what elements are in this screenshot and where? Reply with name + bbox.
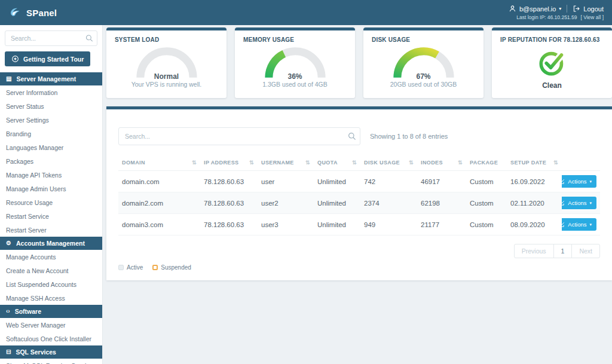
sidebar-item-web-server-manager[interactable]: Web Server Manager [0,318,102,332]
column-header-actions [562,155,600,171]
column-label: PACKAGE [470,160,498,166]
column-header-username[interactable]: USERNAME⇅ [258,155,314,171]
sidebar-item-show-mysql-running-queries[interactable]: Show MySQL Running Queries [0,359,102,364]
pagination-page-1[interactable]: 1 [553,244,573,258]
table-row: domain2.com78.128.60.63user2Unlimited237… [118,192,600,214]
sidebar-section-sql-services[interactable]: ⊟SQL Services [0,345,102,359]
cell-ip: 78.128.60.63 [200,214,258,235]
column-label: INODES [421,160,443,166]
cell-setup_date: 02.11.2020 [507,192,562,214]
cell-ip: 78.128.60.63 [200,192,258,214]
cell-domain: domain3.com [118,214,200,235]
card-title: MEMORY USAGE [243,36,347,43]
sort-icon[interactable]: ⇅ [458,160,463,166]
card-title: DISK USAGE [372,36,475,43]
column-header-setup-date[interactable]: SETUP DATE⇅ [507,155,562,171]
sidebar-item-manage-api-tokens[interactable]: Manage API Tokens [0,168,102,182]
cell-quota: Unlimited [314,171,360,192]
legend-swatch-suspended [152,265,158,270]
getting-started-tour-button[interactable]: Getting Started Tour [5,51,90,66]
status-legend: ActiveSuspended [118,264,600,271]
disk-usage-sub: 20GB used out of 30GB [372,81,475,88]
sidebar-item-restart-service[interactable]: Restart Service [0,209,102,223]
account-menu[interactable]: b@spanel.io ▾ [509,5,561,13]
sort-icon[interactable]: ⇅ [409,160,414,166]
sidebar-section-label: Software [15,308,41,315]
sidebar-item-branding[interactable]: Branding [0,127,102,140]
table-search-input[interactable] [118,127,360,145]
row-actions-button[interactable]: Actions▾ [562,218,596,231]
brand[interactable]: SPanel [8,6,57,19]
row-actions-button[interactable]: Actions▾ [562,175,596,188]
sidebar-section-software[interactable]: ‹›Software [0,305,102,318]
accounts-table: DOMAIN⇅IP ADDRESS⇅USERNAME⇅QUOTA⇅DISK US… [118,155,600,235]
sidebar-item-create-a-new-account[interactable]: Create a New Account [0,264,102,277]
logout-icon [573,5,580,13]
showing-entries-text: Showing 1 to 8 of 8 entries [370,133,448,140]
system-load-value: Normal [134,72,199,81]
column-label: DOMAIN [122,160,145,166]
sidebar-item-restart-server[interactable]: Restart Server [0,223,102,237]
pagination-next[interactable]: Next [571,244,600,258]
sidebar-item-server-information[interactable]: Server Information [0,85,102,99]
gear-icon: ⚙ [6,240,11,246]
sidebar-section-accounts-management[interactable]: ⚙Accounts Management [0,237,102,250]
edit-icon [562,179,565,185]
card-disk-usage: DISK USAGE 67% 20GB used out of 30GB [363,27,484,98]
cell-inodes: 46917 [417,171,466,192]
sidebar-item-server-status[interactable]: Server Status [0,99,102,113]
clean-check-icon [537,47,568,78]
sidebar-item-server-settings[interactable]: Server Settings [0,113,102,127]
header-right: b@spanel.io ▾ Logout Last login IP: 46.1… [509,5,604,20]
memory-usage-value: 36% [263,72,328,81]
search-icon [348,132,356,140]
sidebar-item-resource-usage[interactable]: Resource Usage [0,195,102,209]
column-header-inodes[interactable]: INODES⇅ [417,155,466,171]
sidebar-item-manage-ssh-access[interactable]: Manage SSH Access [0,291,102,305]
legend-label: Active [127,264,143,271]
column-header-domain[interactable]: DOMAIN⇅ [118,155,200,171]
column-header-disk-usage[interactable]: DISK USAGE⇅ [360,155,417,171]
card-memory-usage: MEMORY USAGE 36% 1.3GB used out of 4GB [235,27,355,98]
sort-icon[interactable]: ⇅ [305,160,310,166]
cell-quota: Unlimited [314,192,360,214]
cell-inodes: 62198 [417,192,466,214]
sidebar-item-manage-admin-users[interactable]: Manage Admin Users [0,182,102,195]
legend-suspended: Suspended [152,264,191,271]
cell-ip: 78.128.60.63 [200,171,258,192]
sort-icon[interactable]: ⇅ [192,160,197,166]
row-actions-button[interactable]: Actions▾ [562,197,596,209]
sort-icon[interactable]: ⇅ [249,160,254,166]
sidebar-item-packages[interactable]: Packages [0,154,102,168]
legend-active: Active [118,264,143,271]
view-all-link[interactable]: [ View all ] [580,14,604,20]
sort-icon[interactable]: ⇅ [553,160,558,166]
logout-button[interactable]: Logout [573,5,604,13]
sidebar-item-languages-manager[interactable]: Languages Manager [0,140,102,154]
sidebar-search-input[interactable] [5,30,97,46]
database-icon: ⊟ [6,349,11,355]
sidebar-section-server-management[interactable]: ▤Server Management [0,72,102,85]
actions-label: Actions [568,200,586,206]
chevron-down-icon: ▾ [589,179,592,184]
legend-label: Suspended [161,264,191,271]
sidebar-item-softaculous-one-click-installer[interactable]: Softaculous One Click Installer [0,332,102,345]
memory-usage-sub: 1.3GB used out of 4GB [243,81,347,88]
accounts-panel: Showing 1 to 8 of 8 entries DOMAIN⇅IP AD… [106,106,612,280]
column-label: SETUP DATE [510,160,546,166]
sidebar-section-label: Server Management [16,75,76,82]
column-header-ip-address[interactable]: IP ADDRESS⇅ [200,155,258,171]
column-header-quota[interactable]: QUOTA⇅ [314,155,360,171]
pagination: Previous 1 Next [118,244,600,258]
cell-actions: Actions▾ [562,192,600,214]
logout-label: Logout [583,5,604,13]
legend-swatch-active [118,265,124,270]
pagination-previous[interactable]: Previous [514,244,554,258]
cell-package: Custom [466,214,507,235]
sidebar-item-manage-accounts[interactable]: Manage Accounts [0,250,102,264]
sort-icon[interactable]: ⇅ [352,160,357,166]
actions-label: Actions [568,221,586,228]
sidebar-item-list-suspended-accounts[interactable]: List Suspended Accounts [0,277,102,291]
cell-setup_date: 16.09.2022 [507,171,562,192]
card-title: IP REPUTATION FOR 78.128.60.63 [500,36,604,43]
